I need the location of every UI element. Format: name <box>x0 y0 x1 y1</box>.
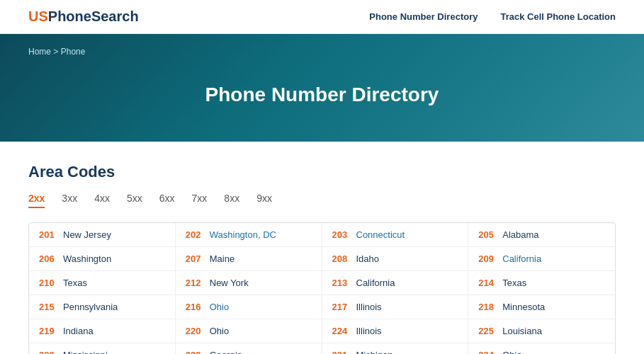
state-name-229: Georgia <box>210 350 242 354</box>
state-name-201: New Jersey <box>63 229 111 240</box>
tab-4xx[interactable]: 4xx <box>94 193 110 208</box>
state-name-224: Illinois <box>356 326 382 336</box>
table-row: 219Indiana220Ohio224Illinois225Louisiana <box>29 319 615 343</box>
area-code-212[interactable]: 212 <box>186 278 205 288</box>
breadcrumb-current: Phone <box>61 47 86 57</box>
tab-9xx[interactable]: 9xx <box>256 193 272 208</box>
breadcrumb-home[interactable]: Home <box>28 47 51 57</box>
logo-rest: PhoneSearch <box>48 8 139 24</box>
table-cell: 206Washington <box>29 247 176 270</box>
state-name-231: Michigan <box>356 350 393 354</box>
state-name-216[interactable]: Ohio <box>210 302 229 312</box>
table-cell: 228Mississippi <box>29 343 176 354</box>
table-cell: 210Texas <box>29 271 176 295</box>
table-cell: 224Illinois <box>322 319 469 343</box>
table-cell: 201New Jersey <box>29 223 176 246</box>
table-cell: 225Louisiana <box>468 319 615 343</box>
state-name-219: Indiana <box>63 326 94 336</box>
table-cell: 219Indiana <box>29 319 176 343</box>
table-cell: 215Pennsylvania <box>29 295 176 319</box>
area-code-218[interactable]: 218 <box>478 302 498 312</box>
area-code-207[interactable]: 207 <box>186 253 205 264</box>
area-code-217[interactable]: 217 <box>332 302 352 312</box>
nav-links: Phone Number Directory Track Cell Phone … <box>369 11 616 22</box>
table-cell: 216Ohio <box>176 295 322 319</box>
table-cell: 213California <box>322 271 469 295</box>
area-code-209[interactable]: 209 <box>478 253 498 264</box>
area-code-206[interactable]: 206 <box>39 253 59 264</box>
state-name-205: Alabama <box>502 229 538 240</box>
area-code-216[interactable]: 216 <box>186 302 205 312</box>
table-row: 206Washington207Maine208Idaho209Californ… <box>29 247 615 271</box>
table-cell: 218Minnesota <box>468 295 615 319</box>
tab-2xx[interactable]: 2xx <box>28 193 45 208</box>
area-code-tabs: 2xx3xx4xx5xx6xx7xx8xx9xx <box>28 193 616 208</box>
table-cell: 202Washington, DC <box>176 223 322 246</box>
nav-track[interactable]: Track Cell Phone Location <box>500 11 616 22</box>
area-code-202[interactable]: 202 <box>186 229 205 240</box>
tab-8xx[interactable]: 8xx <box>224 193 239 208</box>
area-code-224[interactable]: 224 <box>332 326 352 336</box>
area-code-214[interactable]: 214 <box>478 278 498 288</box>
area-code-205[interactable]: 205 <box>478 229 498 240</box>
area-code-219[interactable]: 219 <box>39 326 59 336</box>
area-code-215[interactable]: 215 <box>39 302 59 312</box>
table-cell: 205Alabama <box>468 223 615 246</box>
state-name-207: Maine <box>210 253 235 264</box>
breadcrumb: Home > Phone <box>28 47 616 57</box>
table-cell: 212New York <box>176 271 322 295</box>
table-cell: 207Maine <box>176 247 322 270</box>
table-cell: 214Texas <box>468 271 615 295</box>
state-name-203[interactable]: Connecticut <box>356 229 405 240</box>
state-name-215: Pennsylvania <box>63 302 118 312</box>
area-code-234[interactable]: 234 <box>478 350 498 354</box>
table-cell: 220Ohio <box>176 319 322 343</box>
area-code-208[interactable]: 208 <box>332 253 352 264</box>
area-code-213[interactable]: 213 <box>332 278 352 288</box>
logo-us: US <box>28 8 48 24</box>
table-cell: 229Georgia <box>176 343 322 354</box>
area-code-220[interactable]: 220 <box>186 326 205 336</box>
area-code-229[interactable]: 229 <box>186 350 205 354</box>
state-name-234: Ohio <box>502 350 521 354</box>
area-code-203[interactable]: 203 <box>332 229 352 240</box>
logo[interactable]: USPhoneSearch <box>28 8 139 25</box>
header: USPhoneSearch Phone Number Directory Tra… <box>0 0 644 34</box>
table-cell: 208Idaho <box>322 247 469 270</box>
section-title: Area Codes <box>28 163 616 181</box>
state-name-213: California <box>356 278 395 288</box>
tab-6xx[interactable]: 6xx <box>159 193 175 208</box>
breadcrumb-separator: > <box>51 47 61 57</box>
table-row: 228Mississippi229Georgia231Michigan234Oh… <box>29 343 615 354</box>
state-name-220: Ohio <box>210 326 229 336</box>
area-code-228[interactable]: 228 <box>39 350 59 354</box>
hero-banner: Home > Phone Phone Number Directory <box>0 34 644 142</box>
state-name-228: Mississippi <box>63 350 108 354</box>
table-cell: 209California <box>468 247 615 270</box>
state-name-214: Texas <box>502 278 526 288</box>
table-cell: 203Connecticut <box>322 223 469 246</box>
area-code-225[interactable]: 225 <box>478 326 498 336</box>
nav-directory[interactable]: Phone Number Directory <box>369 11 478 22</box>
table-cell: 234Ohio <box>468 343 615 354</box>
area-code-table: 201New Jersey202Washington, DC203Connect… <box>28 222 616 354</box>
area-code-201[interactable]: 201 <box>39 229 59 240</box>
state-name-225: Louisiana <box>502 326 542 336</box>
state-name-217: Illinois <box>356 302 382 312</box>
main-content: Area Codes 2xx3xx4xx5xx6xx7xx8xx9xx 201N… <box>0 142 644 354</box>
state-name-206: Washington <box>63 253 111 264</box>
state-name-202[interactable]: Washington, DC <box>210 229 276 240</box>
area-code-210[interactable]: 210 <box>39 278 59 288</box>
state-name-218: Minnesota <box>502 302 545 312</box>
tab-3xx[interactable]: 3xx <box>62 193 77 208</box>
table-row: 210Texas212New York213California214Texas <box>29 271 615 295</box>
area-code-231[interactable]: 231 <box>332 350 352 354</box>
hero-title: Phone Number Directory <box>28 69 616 113</box>
table-row: 201New Jersey202Washington, DC203Connect… <box>29 223 615 247</box>
tab-5xx[interactable]: 5xx <box>127 193 142 208</box>
table-cell: 231Michigan <box>322 343 469 354</box>
table-row: 215Pennsylvania216Ohio217Illinois218Minn… <box>29 295 615 319</box>
state-name-209[interactable]: California <box>502 253 541 264</box>
state-name-210: Texas <box>63 278 87 288</box>
tab-7xx[interactable]: 7xx <box>192 193 208 208</box>
